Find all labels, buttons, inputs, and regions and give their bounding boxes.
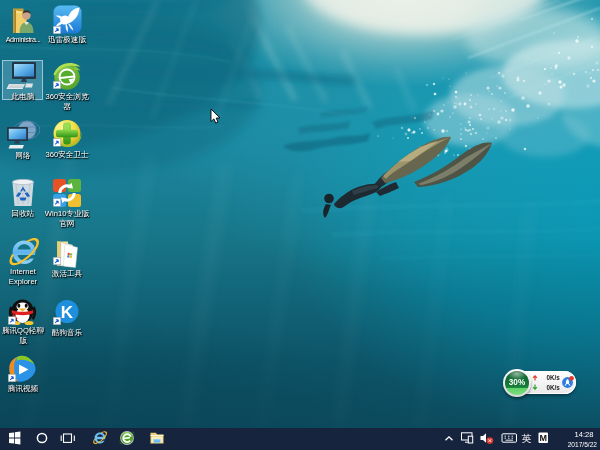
svg-text:2017/5/22: 2017/5/22 <box>568 441 598 448</box>
svg-text:0K/s: 0K/s <box>547 384 561 391</box>
svg-text:英: 英 <box>522 433 532 444</box>
svg-text:K: K <box>61 303 74 322</box>
svg-text:0K/s: 0K/s <box>547 374 561 381</box>
svg-text:14:28: 14:28 <box>574 430 593 439</box>
svg-text:M: M <box>539 433 547 443</box>
